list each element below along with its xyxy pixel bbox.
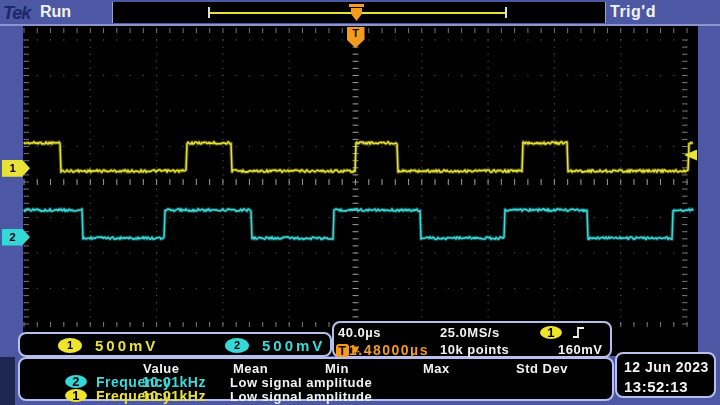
record-window-right-bracket <box>505 7 507 18</box>
horizontal-trigger-readout-box: 40.0µs 25.0MS/s 1 T→▼1.48000µs 10k point… <box>332 321 612 358</box>
col-header-stddev: Std Dev <box>516 361 568 376</box>
time-per-div: 40.0µs <box>338 325 381 340</box>
tek-logo: Tek <box>3 3 30 24</box>
trigger-position-readout: T→▼1.48000µs <box>336 342 429 358</box>
time-text: 13:52:13 <box>624 377 714 397</box>
acquisition-status: Run <box>40 3 71 21</box>
measurement-table: Value Mean Min Max Std Dev 2 Frequency 1… <box>18 357 614 401</box>
record-view-bar <box>112 2 606 23</box>
measurement-value: 10.01kHz <box>142 388 206 404</box>
channel1-marker-label: 1 <box>9 160 15 177</box>
rising-edge-slope-icon <box>572 326 585 340</box>
sample-rate: 25.0MS/s <box>440 325 500 340</box>
record-trigger-arrow <box>351 8 362 21</box>
channel1-badge: 1 <box>58 338 82 353</box>
top-status-bar: Tek Run Trig'd <box>0 0 720 26</box>
trigger-status: Trig'd <box>610 3 656 21</box>
record-trigger-marker-icon <box>349 3 364 21</box>
waveform-display <box>23 26 698 356</box>
measurement-row-channel-badge: 2 <box>65 375 87 388</box>
trigger-t-icon: T <box>336 344 349 357</box>
record-window-left-bracket <box>208 7 210 18</box>
measurement-status: Low signal amplitude <box>230 389 372 404</box>
col-header-max: Max <box>423 361 450 376</box>
channel2-badge: 2 <box>225 338 249 353</box>
channel-readout-box: 1 500mV 2 500mV <box>18 332 332 357</box>
trigger-marker-letter: T <box>352 27 359 39</box>
channel2-scale: 500mV <box>262 337 325 354</box>
bottom-left-strip <box>0 357 15 405</box>
trigger-delay-glyph: ▼ <box>349 342 362 357</box>
record-length: 10k points <box>440 342 509 357</box>
col-header-mean: Mean <box>233 361 268 376</box>
measurement-status: Low signal amplitude <box>230 375 372 390</box>
col-header-min: Min <box>325 361 349 376</box>
channel1-scale: 500mV <box>95 337 158 354</box>
trigger-level-value: 160mV <box>558 342 602 357</box>
datetime-box: 12 Jun 2023 13:52:13 <box>615 352 716 398</box>
trigger-source-badge: 1 <box>540 326 562 339</box>
record-trigger-bar <box>349 4 364 7</box>
date-text: 12 Jun 2023 <box>624 357 714 377</box>
measurement-row-channel-badge: 1 <box>65 389 87 402</box>
channel2-marker-label: 2 <box>9 229 15 246</box>
